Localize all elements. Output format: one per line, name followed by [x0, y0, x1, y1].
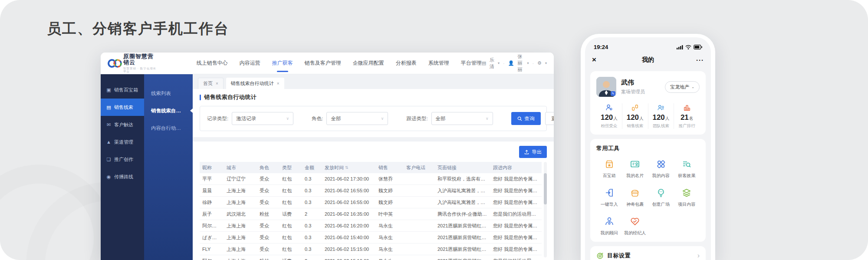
tool-my-card[interactable]: 我的名片	[622, 158, 648, 179]
tab-home[interactable]: 首页 ×	[198, 78, 224, 89]
nav-item-wecom-config[interactable]: 企微应用配置	[353, 53, 384, 74]
chevron-down-icon: ▾	[498, 61, 500, 65]
stat-team-leads[interactable]: 120人 团队线索	[648, 103, 674, 129]
table-scrollbar[interactable]	[544, 162, 547, 257]
tool-project-content[interactable]: 项目内容	[674, 187, 700, 207]
wifi-icon	[685, 45, 691, 49]
status-bar: 19:24	[585, 37, 711, 52]
target-icon	[596, 252, 604, 260]
export-button[interactable]: 导出	[519, 146, 547, 158]
nav-item-online-sales[interactable]: 线上销售中心	[197, 53, 228, 74]
gear-icon[interactable]: ⚙	[537, 60, 542, 66]
nav-item-analytics[interactable]: 分析报表	[396, 53, 417, 74]
record-type-select[interactable]: 激活记录 ∨	[232, 112, 293, 125]
top-navbar: 原圈智慧营销云 智慧营销 · 数字化增长平台 线上销售中心 内容运营 推广获客 …	[101, 53, 554, 74]
user-icon: 👤	[508, 60, 514, 66]
stage-background: 员工、分销客户手机工作台 原圈智慧营销云 智慧营销 · 数字化增长平台 线上销售…	[0, 0, 868, 260]
chevron-down-icon: ∨	[486, 116, 489, 121]
signal-icon	[677, 45, 683, 49]
tool-one-key-import[interactable]: 一键导入	[596, 187, 622, 207]
leads-track-icon	[631, 104, 639, 112]
tool-my-content[interactable]: 我的内容	[648, 158, 674, 179]
layers-icon	[681, 188, 692, 198]
channel-icon: ▲	[106, 139, 112, 145]
export-icon	[524, 150, 529, 155]
logo-name: 原圈智慧营销云	[123, 53, 158, 66]
tool-treasure-box[interactable]: 百宝箱	[596, 158, 622, 179]
tool-acquisition-effect[interactable]: 获客效果	[674, 158, 700, 179]
close-icon[interactable]: ×	[216, 81, 218, 86]
main-nav: 线上销售中心 内容运营 推广获客 销售及客户管理 企微应用配置 分析报表 系统管…	[197, 53, 482, 74]
role-select[interactable]: 全部 ∨	[326, 112, 388, 125]
filter-label: 跟进类型:	[406, 115, 427, 122]
phone-page-title: 我的	[585, 56, 711, 64]
table-row: FLY上海上海受众红包0.32021-06-02 15:15:00马永生2021…	[200, 244, 542, 255]
sidebar-item-route[interactable]: ◉ 传播路线	[101, 168, 144, 185]
nav-item-platform[interactable]: 平台管理	[461, 53, 482, 74]
chevron-down-icon: ∨	[286, 116, 289, 121]
goal-setting-card[interactable]: 目标设置 ›	[590, 246, 706, 260]
nav-item-system[interactable]: 系统管理	[428, 53, 449, 74]
filter-bar: 记录类型: 激活记录 ∨ 角色: 全部 ∨	[200, 106, 547, 131]
profile-name: 武伟	[621, 79, 645, 87]
idea-bulb-icon	[656, 188, 666, 198]
stats-row: 120人 粉丝受众 120人 销售线索	[596, 103, 700, 129]
content-area: 首页 × 销售线索自行动统计 × 销售线索自行动统计	[193, 74, 554, 260]
project-select[interactable]: 乐清	[490, 57, 494, 70]
close-icon[interactable]: ×	[277, 81, 279, 86]
advisor-icon	[604, 216, 615, 227]
app-logo[interactable]: 原圈智慧营销云 智慧营销 · 数字化增长平台	[108, 53, 158, 73]
phone-navbar: × 我的 ···	[585, 52, 711, 68]
followup-type-select[interactable]: 全部 ∨	[431, 112, 493, 125]
reach-icon: ✉	[106, 122, 112, 128]
tool-idea-plaza[interactable]: 创意广场	[648, 187, 674, 207]
route-icon: ◉	[106, 174, 112, 180]
treasure-box-icon: ▣	[106, 87, 112, 93]
logo-tagline: 智慧营销 · 数字化增长平台	[123, 67, 158, 73]
title-accent-bar	[200, 95, 201, 100]
nav-item-promotion[interactable]: 推广获客	[272, 53, 293, 74]
sidebar-item-channel[interactable]: ▲ 渠道管理	[101, 133, 144, 151]
table-row: 阿尔法女孩上海上海受众红包0.32021-06-02 16:20:00马永生20…	[200, 220, 542, 232]
tools-title: 常用工具	[596, 145, 700, 152]
page-title: 员工、分销客户手机工作台	[47, 19, 229, 39]
tab-current[interactable]: 销售线索自行动统计 ×	[226, 78, 284, 89]
sidebar-item-sales-leads[interactable]: ▤ 销售线索	[101, 99, 144, 116]
scrollbar-thumb[interactable]	[544, 173, 547, 204]
data-table: 昵称 城市 角色 类型 金额 发放时间⇅ 销售 客户电话 页面链接 跟进内容	[200, 162, 547, 260]
tool-my-advisor[interactable]: 我的顾问	[596, 216, 622, 236]
tool-my-agent[interactable]: 我的经纪人	[622, 216, 648, 236]
parcel-icon	[630, 188, 640, 198]
table-header: 昵称 城市 角色 类型 金额 发放时间⇅ 销售 客户电话 页面链接 跟进内容	[200, 162, 542, 173]
treasure-box-icon	[604, 159, 615, 169]
sidebar-item-creation[interactable]: ❏ 推广创作	[101, 151, 144, 168]
chevron-right-icon: ›	[697, 252, 700, 259]
subitem-leads-list[interactable]: 线索列表	[144, 85, 193, 102]
stat-ranking[interactable]: 21名 推广排行	[674, 103, 700, 129]
user-menu[interactable]: 张丽丽	[518, 53, 524, 73]
subitem-leads-self-action[interactable]: 销售线索自…	[144, 102, 193, 119]
chevron-down-icon: ∨	[381, 116, 384, 121]
avatar[interactable]: ✎	[596, 77, 616, 97]
nav-item-sales-customer[interactable]: 销售及客户管理	[305, 53, 341, 74]
stat-fans[interactable]: 120人 粉丝受众	[596, 103, 622, 129]
active-marker	[190, 109, 193, 113]
tool-magic-parcel[interactable]: 神奇包裹	[622, 187, 648, 207]
subitem-content-self-action[interactable]: 内容自行动…	[144, 119, 193, 137]
profile-card: ✎ 武伟 案场管理员 宝龙地产 ⌄	[590, 71, 706, 135]
reset-button[interactable]: 重置	[545, 112, 554, 125]
sidebar-item-treasure-box[interactable]: ▣ 销售百宝箱	[101, 81, 144, 99]
sort-icon: ⇅	[345, 165, 349, 170]
table-row: 阿尔法女孩上海上海粉丝话费22021-06-02 15:10:00马永生2021…	[200, 255, 542, 260]
stat-sales-leads[interactable]: 120人 销售线索	[622, 103, 648, 129]
sortable-column[interactable]: 发放时间⇅	[322, 165, 376, 171]
leads-icon: ▤	[106, 105, 112, 110]
nav-item-content-ops[interactable]: 内容运营	[240, 53, 260, 74]
search-button[interactable]: 查询	[511, 112, 541, 125]
agent-heart-icon	[630, 216, 640, 227]
chevron-down-icon: ▾	[545, 61, 547, 65]
ranking-icon	[683, 104, 691, 112]
chevron-down-icon: ▾	[527, 61, 529, 65]
org-selector[interactable]: 宝龙地产 ⌄	[665, 81, 700, 93]
sidebar-item-customer-reach[interactable]: ✉ 客户触达	[101, 116, 144, 133]
